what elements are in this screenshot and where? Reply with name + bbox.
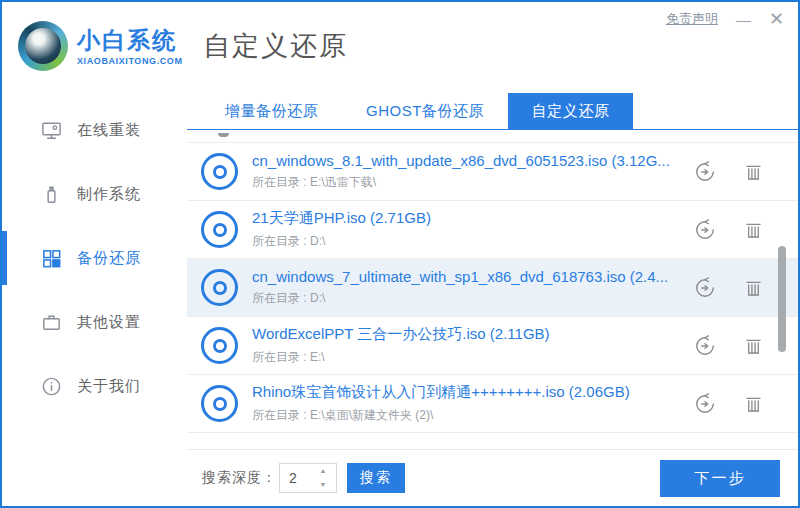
restore-icon[interactable] — [694, 393, 716, 415]
row-actions — [694, 335, 764, 357]
sidebar-item-other-settings[interactable]: 其他设置 — [2, 290, 187, 354]
usb-drive-icon — [40, 183, 63, 206]
row-actions — [694, 393, 764, 415]
iso-title: cn_windows_8.1_with_update_x86_dvd_60515… — [252, 152, 694, 169]
disclaimer-link[interactable]: 免责声明 — [666, 10, 718, 28]
sidebar-item-label: 备份还原 — [77, 249, 141, 268]
info-icon — [40, 375, 63, 398]
disc-icon — [201, 385, 238, 422]
logo-subtitle: XIAOBAIXITONG.COM — [77, 56, 183, 66]
iso-title: 21天学通PHP.iso (2.71GB) — [252, 209, 694, 228]
search-depth-input[interactable] — [280, 464, 312, 492]
tab-ghost-backup-restore[interactable]: GHOST备份还原 — [342, 93, 508, 129]
list-item-text: cn_windows_8.1_with_update_x86_dvd_60515… — [252, 152, 694, 191]
disc-icon — [201, 211, 238, 248]
trash-icon[interactable] — [743, 393, 764, 415]
active-indicator — [2, 231, 7, 285]
sidebar-item-label: 制作系统 — [77, 185, 141, 204]
list-item-text: cn_windows_7_ultimate_with_sp1_x86_dvd_6… — [252, 268, 694, 307]
restore-icon[interactable] — [694, 335, 716, 357]
header: 小白系统 XIAOBAIXITONG.COM 自定义还原 免责声明 — ✕ — [2, 2, 798, 90]
list-item[interactable]: Rhino珠宝首饰设计从入门到精通++++++++.iso (2.06GB) 所… — [187, 375, 798, 433]
app-logo: 小白系统 XIAOBAIXITONG.COM — [18, 21, 188, 71]
main-area: 在线重装 制作系统 备份还原 — [2, 90, 798, 506]
trash-icon[interactable] — [743, 161, 764, 183]
scrollbar-thumb[interactable] — [778, 246, 786, 352]
iso-directory: 所在目录 : D:\ — [252, 290, 694, 307]
close-icon[interactable]: ✕ — [769, 10, 784, 28]
logo-title: 小白系统 — [77, 27, 183, 53]
logo-globe-icon — [18, 21, 68, 71]
row-actions — [694, 219, 764, 241]
list-item-text: Rhino珠宝首饰设计从入门到精通++++++++.iso (2.06GB) 所… — [252, 383, 694, 424]
stepper-up-icon[interactable]: ▲ — [312, 464, 334, 478]
stepper-arrows: ▲ ▼ — [312, 464, 334, 492]
tab-custom-restore[interactable]: 自定义还原 — [508, 93, 634, 129]
content-area: 增量备份还原 GHOST备份还原 自定义还原 cn_windows_8.1_wi… — [187, 90, 798, 506]
tab-bar: 增量备份还原 GHOST备份还原 自定义还原 — [187, 90, 798, 130]
iso-title: WordExcelPPT 三合一办公技巧.iso (2.11GB) — [252, 325, 694, 344]
sidebar-item-backup-restore[interactable]: 备份还原 — [2, 226, 187, 290]
iso-title: Rhino珠宝首饰设计从入门到精通++++++++.iso (2.06GB) — [252, 383, 694, 402]
partial-scrolled-item — [187, 130, 798, 143]
disc-icon — [201, 327, 238, 364]
monitor-icon — [40, 119, 63, 142]
briefcase-icon — [40, 311, 63, 334]
disc-icon — [201, 269, 238, 306]
trash-icon[interactable] — [743, 277, 764, 299]
partial-disc-icon — [218, 133, 229, 137]
list-item[interactable]: cn_windows_8.1_with_update_x86_dvd_60515… — [187, 143, 798, 201]
iso-title: cn_windows_7_ultimate_with_sp1_x86_dvd_6… — [252, 268, 694, 285]
sidebar-item-label: 其他设置 — [77, 313, 141, 332]
list-item-text: WordExcelPPT 三合一办公技巧.iso (2.11GB) 所在目录 :… — [252, 325, 694, 366]
app-window: 小白系统 XIAOBAIXITONG.COM 自定义还原 免责声明 — ✕ — [0, 0, 800, 508]
row-actions — [694, 277, 764, 299]
restore-icon[interactable] — [694, 277, 716, 299]
sidebar-item-make-system[interactable]: 制作系统 — [2, 162, 187, 226]
trash-icon[interactable] — [743, 335, 764, 357]
sidebar-item-about-us[interactable]: 关于我们 — [2, 354, 187, 418]
restore-icon[interactable] — [694, 161, 716, 183]
list-item-selected[interactable]: cn_windows_7_ultimate_with_sp1_x86_dvd_6… — [187, 259, 798, 317]
iso-directory: 所在目录 : E:\迅雷下载\ — [252, 174, 694, 191]
search-button[interactable]: 搜索 — [347, 463, 405, 493]
logo-text: 小白系统 XIAOBAIXITONG.COM — [77, 27, 183, 66]
tab-incremental-backup-restore[interactable]: 增量备份还原 — [201, 93, 342, 129]
list-item-text: 21天学通PHP.iso (2.71GB) 所在目录 : D:\ — [252, 209, 694, 250]
sidebar-item-label: 关于我们 — [77, 377, 141, 396]
page-title: 自定义还原 — [203, 28, 348, 64]
search-depth-stepper: ▲ ▼ — [279, 463, 337, 493]
iso-list: cn_windows_8.1_with_update_x86_dvd_60515… — [187, 130, 798, 449]
search-depth-label: 搜索深度： — [202, 469, 277, 487]
sidebar-item-label: 在线重装 — [77, 121, 141, 140]
list-item[interactable]: 21天学通PHP.iso (2.71GB) 所在目录 : D:\ — [187, 201, 798, 259]
stepper-down-icon[interactable]: ▼ — [312, 478, 334, 492]
iso-directory: 所在目录 : E:\桌面\新建文件夹 (2)\ — [252, 407, 694, 424]
iso-directory: 所在目录 : E:\ — [252, 349, 694, 366]
sidebar-item-online-reinstall[interactable]: 在线重装 — [2, 98, 187, 162]
footer-bar: 搜索深度： ▲ ▼ 搜索 下一步 — [187, 449, 798, 506]
row-actions — [694, 161, 764, 183]
list-item[interactable]: WordExcelPPT 三合一办公技巧.iso (2.11GB) 所在目录 :… — [187, 317, 798, 375]
grid-icon — [40, 247, 63, 270]
iso-directory: 所在目录 : D:\ — [252, 233, 694, 250]
sidebar: 在线重装 制作系统 备份还原 — [2, 90, 187, 506]
disc-icon — [201, 153, 238, 190]
restore-icon[interactable] — [694, 219, 716, 241]
window-controls: 免责声明 — ✕ — [666, 10, 784, 28]
trash-icon[interactable] — [743, 219, 764, 241]
minimize-icon[interactable]: — — [736, 12, 751, 27]
next-step-button[interactable]: 下一步 — [660, 460, 780, 497]
